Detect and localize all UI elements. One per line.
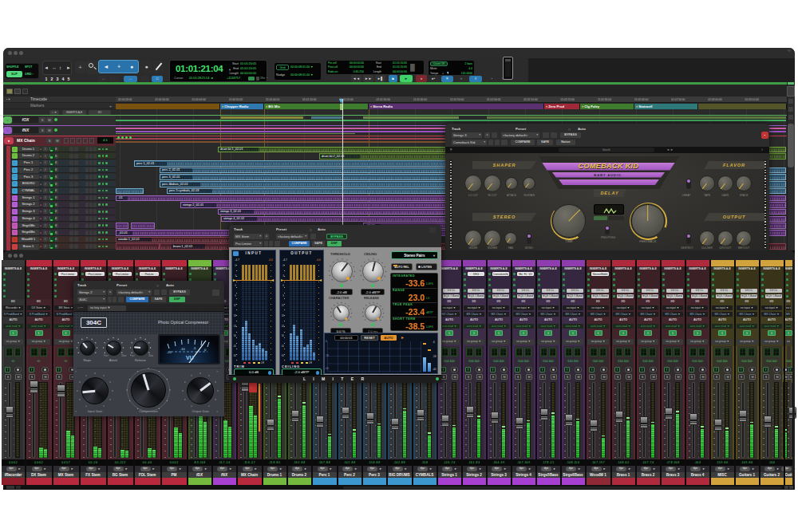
svg-text:-5: -5 — [193, 346, 196, 350]
svg-text:VU: VU — [186, 355, 194, 361]
svg-text:0: 0 — [204, 348, 207, 352]
svg-text:-10: -10 — [180, 347, 186, 351]
